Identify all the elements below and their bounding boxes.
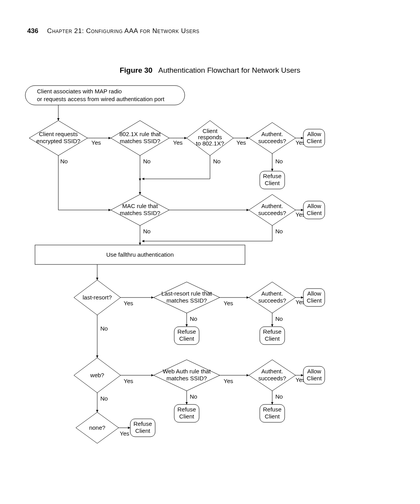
page-number: 436 bbox=[27, 27, 38, 35]
d8-l2: matches SSID? bbox=[166, 297, 207, 304]
d11-l2: matches SSID? bbox=[166, 375, 207, 382]
refuse1-l1: Refuse bbox=[263, 173, 282, 179]
allow3-l2: Client bbox=[307, 297, 322, 304]
d12-l2: succeeds? bbox=[258, 375, 286, 382]
d3-l2: responds bbox=[198, 134, 222, 140]
d7-no: No bbox=[100, 325, 108, 332]
d5-l2: matches SSID? bbox=[120, 210, 160, 216]
page-header: 436 Chapter 21: Configuring AAA for Netw… bbox=[27, 27, 200, 35]
allow4-l2: Client bbox=[307, 375, 322, 382]
d3-l1: Client bbox=[203, 128, 218, 134]
d4-l2: succeeds? bbox=[258, 138, 286, 144]
d12-no: No bbox=[275, 393, 283, 400]
d9-l1: Authent. bbox=[261, 290, 283, 297]
d10-no: No bbox=[100, 395, 108, 402]
d9-no: No bbox=[275, 315, 283, 322]
d3-yes: Yes bbox=[236, 139, 246, 146]
allow1-l2: Client bbox=[307, 138, 322, 144]
flowchart: Client associates with MAP radio or requ… bbox=[23, 82, 397, 471]
d4-no: No bbox=[275, 158, 283, 164]
d2-l1: 802.1X rule that bbox=[119, 131, 161, 137]
d5-l1: MAC rule that bbox=[122, 203, 158, 209]
allow1-l1: Allow bbox=[307, 131, 321, 137]
d2-no: No bbox=[143, 158, 150, 164]
d8-l1: Last-resort rule that bbox=[161, 290, 212, 297]
d9-l2: succeeds? bbox=[258, 297, 286, 304]
allow3-l1: Allow bbox=[307, 290, 321, 297]
d3-no: No bbox=[213, 158, 220, 164]
d4-l1: Authent. bbox=[261, 131, 283, 137]
d10-yes: Yes bbox=[124, 378, 133, 384]
refuse8-l1: Refuse bbox=[177, 328, 196, 335]
d6-no: No bbox=[275, 228, 283, 234]
refuse13-l2: Client bbox=[135, 427, 150, 434]
d12-l1: Authent. bbox=[261, 368, 283, 374]
d1-l2: encrypted SSID? bbox=[36, 138, 80, 144]
refuse9-l2: Client bbox=[265, 335, 280, 342]
d5-no: No bbox=[143, 228, 150, 234]
d8-no: No bbox=[190, 315, 197, 322]
d13: none? bbox=[89, 424, 105, 431]
d6-l2: succeeds? bbox=[258, 210, 286, 216]
d11-yes: Yes bbox=[224, 378, 233, 384]
refuse12-l2: Client bbox=[265, 413, 280, 420]
d13-yes: Yes bbox=[120, 430, 129, 437]
refuse13-l1: Refuse bbox=[133, 420, 152, 427]
chapter-title: Chapter 21: Configuring AAA for Network … bbox=[47, 27, 200, 35]
d11-no: No bbox=[190, 393, 197, 400]
d1-l1: Client requests bbox=[39, 131, 78, 137]
d3-l3: to 802.1X? bbox=[196, 140, 224, 147]
node-start-l2: or requests access from wired authentica… bbox=[37, 96, 164, 102]
figure-title: Authentication Flowchart for Network Use… bbox=[158, 66, 300, 74]
fallthru: Use fallthru authentication bbox=[106, 251, 173, 258]
figure-caption: Figure 30 Authentication Flowchart for N… bbox=[0, 66, 420, 75]
d8-yes: Yes bbox=[224, 300, 233, 306]
d1-no: No bbox=[60, 158, 68, 164]
refuse12-l1: Refuse bbox=[263, 406, 282, 413]
d2-l2: matches SSID? bbox=[120, 138, 160, 144]
refuse11-l2: Client bbox=[179, 413, 194, 420]
figure-label: Figure 30 bbox=[120, 66, 152, 74]
d6-l1: Authent. bbox=[261, 203, 283, 209]
refuse11-l1: Refuse bbox=[177, 406, 196, 413]
allow2-l2: Client bbox=[307, 210, 322, 216]
d11-l1: Web Auth rule that bbox=[163, 368, 211, 374]
node-start-l1: Client associates with MAP radio bbox=[37, 88, 122, 94]
d10: web? bbox=[90, 372, 104, 378]
refuse1-l2: Client bbox=[265, 180, 280, 186]
allow4-l1: Allow bbox=[307, 368, 321, 374]
d2-yes: Yes bbox=[173, 139, 182, 146]
d1-yes: Yes bbox=[91, 139, 101, 146]
refuse9-l1: Refuse bbox=[263, 328, 282, 335]
d7: last-resort? bbox=[82, 294, 112, 301]
d7-yes: Yes bbox=[124, 300, 133, 306]
refuse8-l2: Client bbox=[179, 335, 194, 342]
allow2-l1: Allow bbox=[307, 203, 321, 209]
